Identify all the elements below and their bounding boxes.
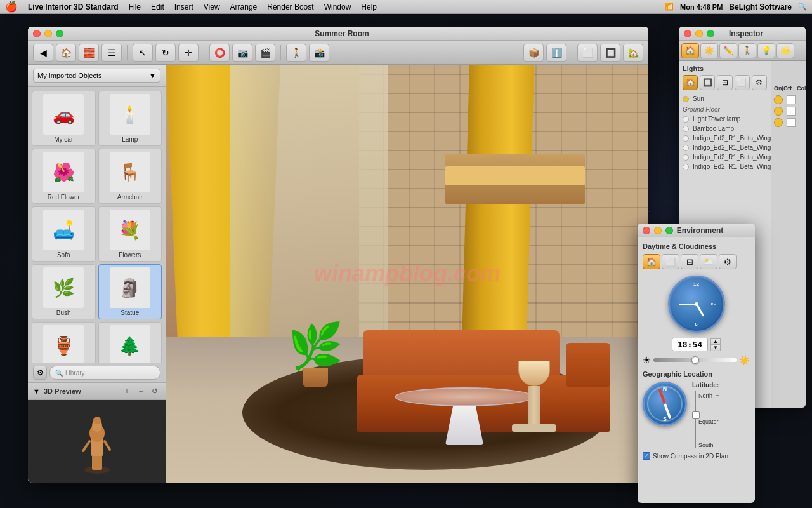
time-display[interactable]: 18:54 (672, 338, 708, 351)
light-toggle-1[interactable] (774, 95, 783, 104)
menu-edit[interactable]: Edit (151, 3, 164, 11)
inspector-lights-btn[interactable]: 🏠 (681, 43, 699, 58)
inspector-sun-btn[interactable]: ☀️ (700, 43, 718, 58)
inspector-min[interactable] (695, 30, 703, 37)
menu-insert[interactable]: Insert (174, 3, 193, 11)
view-2d-button[interactable]: ⬜ (577, 44, 598, 62)
time-decrement-button[interactable]: ▼ (710, 345, 721, 351)
bamboo-lamp[interactable]: Bamboo Lamp (683, 124, 767, 133)
menu-render[interactable]: Render Boost (267, 3, 313, 11)
light-type-2[interactable]: 🔲 (700, 75, 715, 90)
menu-arrange[interactable]: Arrange (230, 3, 258, 11)
inspector-max[interactable] (707, 30, 714, 37)
maximize-button[interactable] (56, 30, 63, 37)
menu-view[interactable]: View (204, 3, 220, 11)
brightness-min-icon: ☀ (643, 355, 651, 365)
render-tool[interactable]: 🎬 (255, 44, 275, 62)
back-button[interactable]: ◀ (33, 44, 53, 62)
object-red-flower[interactable]: 🌺 Red Flower (32, 149, 96, 204)
reset-view-button[interactable]: ↺ (149, 385, 160, 397)
preview-collapse-icon[interactable]: ▼ (33, 387, 40, 395)
object-great-tree[interactable]: 🌲 Great Tree (98, 322, 162, 363)
env-btn-5[interactable]: ⚙ (719, 254, 737, 269)
inspector-bulb-btn[interactable]: 💡 (757, 43, 775, 58)
2d-floor-button[interactable]: 🏠 (56, 44, 76, 62)
env-btn-1[interactable]: 🏠 (643, 254, 660, 269)
inspector-close[interactable] (684, 30, 691, 37)
info-button[interactable]: ℹ️ (546, 44, 566, 62)
env-max[interactable] (665, 227, 673, 234)
cube-icon[interactable]: 📦 (523, 44, 544, 62)
menu-help[interactable]: Help (361, 3, 377, 11)
menu-window[interactable]: Window (324, 3, 351, 11)
light-color-2[interactable] (787, 107, 796, 116)
env-btn-3[interactable]: ⊟ (681, 254, 698, 269)
latitude-slider-handle[interactable] (692, 411, 700, 419)
clock-12-label: 12 (693, 281, 699, 287)
svg-line-6 (83, 441, 89, 451)
indigo-wing-2[interactable]: Indigo_Ed2_R1_Beta_Wing (683, 143, 767, 152)
screenshot-button[interactable]: 📸 (309, 44, 329, 62)
light-color-3[interactable] (787, 118, 796, 127)
object-bush[interactable]: 🌿 Bush (32, 264, 96, 319)
rotate-tool[interactable]: ↻ (155, 44, 176, 62)
zoom-in-button[interactable]: + (121, 385, 133, 397)
env-btn-4[interactable]: 🌥️ (700, 254, 717, 269)
object-sofa[interactable]: 🛋️ Sofa (32, 206, 96, 262)
show-compass-checkbox[interactable]: ✓ (643, 452, 650, 460)
camera-tool[interactable]: 📷 (232, 44, 252, 62)
inspector-title: Inspector (718, 29, 774, 38)
light-type-3[interactable]: ⊟ (717, 75, 732, 90)
indigo-wing-4[interactable]: Indigo_Ed2_R1_Beta_Wing (683, 162, 767, 171)
menu-file[interactable]: File (129, 3, 141, 11)
minimize-button[interactable] (44, 30, 52, 37)
env-min[interactable] (654, 227, 662, 234)
indigo-wing-3[interactable]: Indigo_Ed2_R1_Beta_Wing (683, 152, 767, 162)
move-tool[interactable]: ✛ (178, 44, 199, 62)
object-statue[interactable]: 🗿 Statue (98, 264, 162, 319)
light-toggle-3[interactable] (774, 118, 783, 127)
env-btn-2[interactable]: ⬜ (662, 254, 679, 269)
zoom-out-button[interactable]: − (135, 385, 147, 397)
settings-button[interactable]: ⚙ (33, 366, 47, 380)
object-lamp[interactable]: 🕯️ Lamp (98, 91, 162, 146)
object-flowers[interactable]: 💐 Flowers (98, 206, 162, 262)
apple-menu[interactable]: 🍎 (5, 1, 18, 13)
inspector-render-btn[interactable]: 🌟 (776, 43, 794, 58)
sun-item[interactable]: Sun (683, 94, 767, 104)
3d-view-button[interactable]: 🧱 (79, 44, 99, 62)
list-view-button[interactable]: ☰ (102, 44, 122, 62)
app-name: Live Interior 3D Standard (28, 3, 119, 11)
brightness-slider[interactable] (653, 358, 737, 362)
inspector-edit-btn[interactable]: ✏️ (719, 43, 737, 58)
compass-section: Geographic Location N S (643, 370, 750, 460)
light-toggle-2[interactable] (774, 107, 783, 116)
viewport[interactable]: 🌿 (166, 65, 648, 483)
armchair-label: Armchair (117, 194, 143, 201)
close-button[interactable] (33, 30, 41, 37)
south-label: South (698, 442, 714, 448)
person-tool[interactable]: 🚶 (286, 44, 306, 62)
object-armchair[interactable]: 🪑 Armchair (98, 149, 162, 204)
time-increment-button[interactable]: ▲ (710, 338, 721, 345)
light-tower-lamp[interactable]: Light Tower lamp (683, 114, 767, 124)
light-type-1[interactable]: 🏠 (683, 75, 698, 90)
object-my-car[interactable]: 🚗 My car (32, 91, 96, 146)
home-button[interactable]: 🏡 (623, 44, 643, 62)
light-name-2: Bamboo Lamp (693, 125, 734, 132)
circle-tool[interactable]: ⭕ (209, 44, 230, 62)
light-type-5[interactable]: ⚙ (752, 75, 767, 90)
search-icon[interactable]: 🔍 (798, 3, 807, 11)
vase-thumbnail: 🏺 (43, 325, 84, 363)
compass-rose[interactable]: N S (643, 382, 687, 426)
light-type-4[interactable]: ⬜ (735, 75, 750, 90)
inspector-person-btn[interactable]: 🚶 (738, 43, 756, 58)
env-close[interactable] (643, 227, 650, 234)
objects-dropdown[interactable]: My Imported Objects ▼ (33, 69, 160, 83)
object-vase[interactable]: 🏺 Vase (32, 322, 96, 363)
search-field[interactable]: 🔍 Library (49, 366, 160, 380)
light-color-1[interactable] (787, 95, 796, 104)
select-tool[interactable]: ↖ (133, 44, 153, 62)
indigo-wing-1[interactable]: Indigo_Ed2_R1_Beta_Wing (683, 133, 767, 143)
view-3d-button[interactable]: 🔲 (600, 44, 620, 62)
